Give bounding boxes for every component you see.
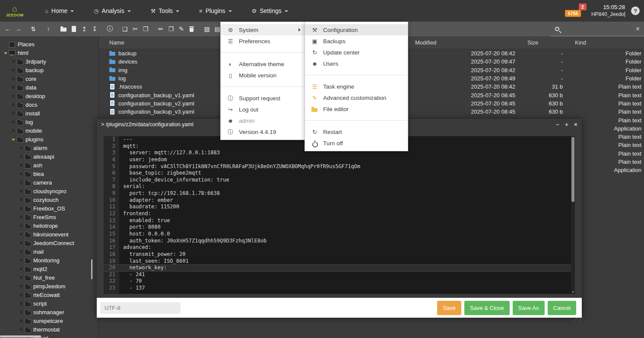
menu-item[interactable]: ⓘ Version 4.4.19	[221, 126, 307, 137]
tree-item[interactable]: mail	[0, 247, 98, 256]
tree-item[interactable]: thermostat	[0, 325, 98, 334]
tree-item[interactable]: pimpJeedom	[0, 282, 98, 290]
code-editor[interactable]: 1 --- 2 mqtt: 3 server: mqtt://127.0.0.1…	[104, 136, 575, 294]
code-line[interactable]: 6 base_topic: zigbee2mqtt	[104, 170, 575, 177]
resize-handle[interactable]	[574, 317, 583, 322]
menu-item[interactable]: ✎ Advanced customization	[305, 92, 408, 103]
tree-item[interactable]: surepetcare	[0, 316, 98, 325]
info-icon[interactable]: ⓘ	[105, 24, 114, 34]
update-count-badge[interactable]: 5755	[565, 10, 581, 17]
tree-item[interactable]: heliotrope	[0, 221, 98, 230]
tree-caret-icon[interactable]	[19, 146, 23, 150]
editor-action-button[interactable]: Save	[437, 301, 461, 315]
tree-item[interactable]: alexaapi	[0, 152, 98, 161]
help-icon[interactable]: ?	[631, 6, 640, 15]
nav-item[interactable]: ⚒ Tools	[151, 7, 179, 14]
tree-item[interactable]: Monitoring	[0, 256, 98, 265]
code-line[interactable]: 9 port: tcp://192.168.1.78:6638	[104, 190, 575, 197]
menu-item[interactable]: ↻ Update center	[305, 47, 408, 58]
tree-caret-icon[interactable]	[3, 51, 8, 54]
tree-caret-icon[interactable]	[19, 302, 23, 305]
code-line[interactable]: 10 adapter: ember	[104, 197, 575, 204]
tree-item[interactable]: mobile	[0, 126, 98, 135]
tree-caret-icon[interactable]	[19, 250, 23, 253]
menu-item[interactable]: ▣ Backups	[305, 35, 408, 47]
tree-caret-icon[interactable]	[19, 207, 23, 210]
up-icon[interactable]: ↑	[44, 24, 53, 34]
tree-horizontal-scrollbar[interactable]	[0, 335, 41, 338]
tree-item[interactable]: JeedomConnect	[0, 239, 98, 247]
tree-item[interactable]: hikvisionevent	[0, 230, 98, 239]
tree-caret-icon[interactable]	[19, 181, 23, 184]
code-line[interactable]: 14 port: 8080	[104, 224, 575, 231]
tree-caret-icon[interactable]	[11, 77, 16, 80]
tree-item[interactable]: mqtt2	[0, 265, 98, 273]
code-line[interactable]: 13 enabled: true	[104, 217, 575, 224]
new-folder-icon[interactable]	[59, 24, 68, 34]
jeedom-logo[interactable]: ⌂ JEEDOM	[4, 4, 25, 17]
download-icon[interactable]: ↧	[90, 24, 99, 34]
tree-item[interactable]: data	[0, 83, 98, 92]
tree-item[interactable]: camera	[0, 178, 98, 187]
tree-caret-icon[interactable]	[19, 276, 23, 279]
tree-caret-icon[interactable]	[11, 94, 16, 98]
code-line[interactable]: 23 - 137	[104, 285, 575, 292]
code-line[interactable]: 19 last_seen: ISO_8601	[104, 258, 575, 265]
tree-item[interactable]: Nut_free	[0, 273, 98, 282]
menu-item[interactable]: File editor	[305, 103, 408, 115]
tree-vertical-scrollbar[interactable]	[91, 259, 92, 279]
menu-item[interactable]: ⚒ Configuration	[305, 24, 408, 35]
tree-caret-icon[interactable]	[19, 328, 23, 331]
nav-item[interactable]: ≡ Plugins	[199, 7, 232, 14]
code-line[interactable]: 15 host: 0.0.0.0	[104, 231, 575, 238]
tree-caret-icon[interactable]	[11, 129, 16, 132]
nav-item[interactable]: ◷ Analysis	[94, 7, 130, 14]
code-line[interactable]: 21 - 241	[104, 271, 575, 278]
code-line[interactable]: 17 advanced:	[104, 244, 575, 251]
tree-item[interactable]: docs	[0, 100, 98, 109]
menu-item[interactable]: ☰ Task engine	[305, 81, 408, 92]
menu-item[interactable]: ☰ Preferences	[221, 35, 307, 47]
image-icon[interactable]: ▧	[202, 24, 212, 34]
forward-icon[interactable]: →	[13, 24, 23, 34]
tree-item[interactable]: core	[0, 74, 98, 83]
sort-icon[interactable]: ⇅	[29, 24, 38, 34]
tree-caret-icon[interactable]	[19, 172, 23, 175]
code-line[interactable]: 18 transmit_power: 20	[104, 251, 575, 258]
minimize-icon[interactable]: −	[555, 121, 559, 128]
paste-icon[interactable]: ❒	[141, 24, 150, 34]
editor-action-button[interactable]: Save & Close	[464, 301, 510, 315]
tree-caret-icon[interactable]	[19, 310, 23, 314]
encoding-field[interactable]	[100, 302, 181, 314]
code-line[interactable]: 20 network_key:	[104, 265, 575, 271]
duplicate-icon[interactable]: ❐	[166, 24, 176, 34]
close-icon[interactable]: ×	[574, 121, 577, 128]
tree-item[interactable]: html	[0, 48, 98, 57]
maximize-icon[interactable]: +	[565, 121, 568, 128]
editor-scrollbar-thumb[interactable]	[571, 137, 574, 202]
tree-item[interactable]: script	[0, 299, 98, 308]
tree-item[interactable]: ash	[0, 161, 98, 169]
tree-item[interactable]: cloudsyncpro	[0, 187, 98, 195]
tree-item[interactable]: log	[0, 118, 98, 126]
tree-caret-icon[interactable]	[19, 241, 23, 245]
code-line[interactable]: 8 serial:	[104, 183, 575, 190]
tree-caret-icon[interactable]	[19, 319, 23, 322]
copy-icon[interactable]: ❏	[120, 24, 130, 34]
menu-item[interactable]: ⚙ System	[221, 24, 307, 35]
tree-item[interactable]: cozytouch	[0, 195, 98, 204]
tree-item[interactable]: backup	[0, 66, 98, 74]
code-line[interactable]: 11 baudrate: 115200	[104, 204, 575, 210]
tree-item[interactable]: Freebox_OS	[0, 204, 98, 213]
menu-item[interactable]: ↪ Log out	[221, 104, 307, 115]
rename-icon[interactable]: ✎	[177, 24, 186, 34]
menu-item[interactable]: ☻ admin	[221, 115, 307, 126]
menu-item[interactable]: ⓘ Support request	[221, 92, 307, 104]
tree-item[interactable]: install	[0, 109, 98, 118]
tree-item[interactable]: blea	[0, 169, 98, 178]
edit-icon[interactable]: ✏	[156, 24, 165, 34]
code-line[interactable]: 22 - 70	[104, 278, 575, 285]
tree-caret-icon[interactable]	[19, 233, 23, 236]
tree-caret-icon[interactable]	[19, 198, 23, 201]
cut-icon[interactable]: ✂	[130, 24, 140, 34]
